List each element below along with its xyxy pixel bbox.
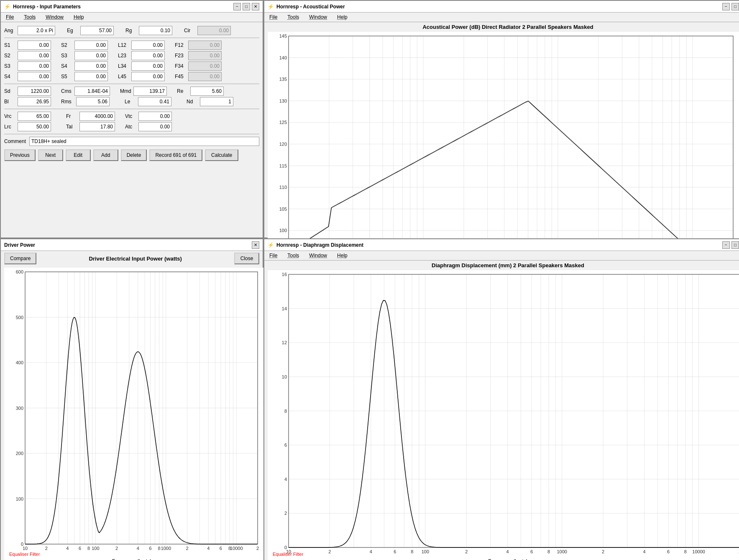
dp-close-btn[interactable]: Close (234, 253, 259, 264)
ap-maximize-button[interactable]: □ (731, 3, 739, 10)
menu-window[interactable]: Window (44, 13, 65, 21)
s2a-input[interactable] (74, 41, 108, 50)
add-button[interactable]: Add (93, 149, 118, 161)
record-button[interactable]: Record 691 of 691 (149, 149, 202, 161)
edit-button[interactable]: Edit (66, 149, 91, 161)
f23-input[interactable] (188, 51, 222, 60)
s2-input[interactable] (18, 51, 51, 60)
ang-label: Ang (4, 28, 16, 33)
fr-input[interactable] (79, 112, 115, 121)
row-s4: S4 S5 L45 F45 (4, 72, 259, 81)
dd-menu-tools[interactable]: Tools (286, 252, 301, 259)
dp-equalizer-label[interactable]: Equaliser Filter (9, 552, 40, 557)
row-s2: S2 S3 L23 F23 (4, 51, 259, 60)
rms-label: Rms (61, 99, 73, 105)
menu-tools[interactable]: Tools (22, 13, 37, 21)
lrc-input[interactable] (18, 122, 51, 131)
row-comment: Comment (4, 137, 259, 146)
dd-minimize-button[interactable]: − (722, 241, 730, 249)
row-lrc: Lrc Tal Atc (4, 122, 259, 131)
re-input[interactable] (190, 87, 224, 96)
l12-input[interactable] (131, 41, 165, 50)
input-params-titlebar: ⚡ Hornresp - Input Parameters − □ ✕ (1, 1, 263, 13)
row-s3: S3 S4 L34 F34 (4, 61, 259, 71)
s5-input[interactable] (74, 72, 108, 81)
dd-titlebar-controls: − □ ✕ (722, 241, 739, 249)
ap-menu-bar: File Tools Window Help (264, 13, 739, 22)
s2a-label: S2 (61, 42, 73, 48)
s1-label: S1 (4, 42, 16, 48)
s4-input[interactable] (18, 72, 51, 81)
dd-maximize-button[interactable]: □ (731, 241, 739, 249)
dd-equalizer-label[interactable]: Equaliser Filter (273, 552, 303, 557)
tal-input[interactable] (79, 122, 115, 131)
dp-compare-button[interactable]: Compare (4, 253, 36, 264)
f12-label: F12 (175, 42, 187, 48)
f45-input[interactable] (188, 72, 222, 81)
nd-input[interactable] (200, 97, 233, 106)
vrc-label: Vrc (4, 113, 16, 119)
ap-minimize-button[interactable]: − (722, 3, 730, 10)
previous-button[interactable]: Previous (4, 149, 36, 161)
row-sd: Sd Cms Mmd Re (4, 87, 259, 96)
dd-menu-file[interactable]: File (268, 252, 279, 259)
rg-input[interactable] (139, 26, 172, 35)
l45-input[interactable] (131, 72, 165, 81)
cir-input[interactable] (197, 26, 231, 35)
l23-input[interactable] (131, 51, 165, 60)
acoustical-power-window: ⚡ Hornresp - Acoustical Power − □ ✕ File… (263, 0, 739, 238)
rms-input[interactable] (76, 97, 110, 106)
sd-input[interactable] (18, 87, 51, 96)
ap-menu-help[interactable]: Help (335, 13, 349, 21)
menu-help[interactable]: Help (72, 13, 86, 21)
next-button[interactable]: Next (38, 149, 63, 161)
driver-power-chart (4, 268, 266, 560)
atc-label: Atc (125, 124, 137, 130)
comment-input[interactable] (29, 137, 259, 146)
l34-input[interactable] (131, 61, 165, 71)
s3a-input[interactable] (74, 51, 108, 60)
s3-input[interactable] (18, 61, 51, 71)
bl-input[interactable] (18, 97, 51, 106)
s3a-label: S3 (61, 53, 73, 59)
rg-label: Rg (125, 28, 137, 33)
l45-label: L45 (118, 74, 130, 79)
dd-window-title: Hornresp - Diaphragm Displacement (276, 242, 363, 248)
s4a-input[interactable] (74, 61, 108, 71)
s1-input[interactable] (18, 41, 51, 50)
dd-menu-window[interactable]: Window (307, 252, 329, 259)
cms-input[interactable] (74, 87, 110, 96)
atc-input[interactable] (138, 122, 172, 131)
titlebar-controls: − □ ✕ (233, 3, 259, 10)
params-content: Ang Eg Rg Cir S1 S2 (1, 22, 263, 164)
calculate-button[interactable]: Calculate (205, 149, 238, 161)
sd-label: Sd (4, 88, 16, 94)
minimize-button[interactable]: − (233, 3, 241, 10)
dd-titlebar-left: ⚡ Hornresp - Diaphragm Displacement (268, 242, 363, 248)
re-label: Re (177, 88, 189, 94)
vtc-input[interactable] (138, 112, 172, 121)
ap-menu-window[interactable]: Window (307, 13, 329, 21)
eg-input[interactable] (80, 26, 114, 35)
driver-power-window: Driver Power ✕ Compare Driver Electrical… (0, 238, 263, 560)
maximize-button[interactable]: □ (243, 3, 250, 10)
l23-label: L23 (118, 53, 130, 59)
le-input[interactable] (138, 97, 171, 106)
ang-input[interactable] (18, 26, 55, 35)
lightning-icon: ⚡ (4, 4, 10, 10)
dp-close-button[interactable]: ✕ (252, 241, 259, 249)
ap-menu-tools[interactable]: Tools (286, 13, 301, 21)
f34-input[interactable] (188, 61, 222, 71)
mmd-input[interactable] (133, 87, 167, 96)
f12-input[interactable] (188, 41, 222, 50)
group-rg: Rg (125, 26, 172, 35)
ap-menu-file[interactable]: File (268, 13, 279, 21)
row-s1: S1 S2 L12 F12 (4, 41, 259, 50)
dd-menu-help[interactable]: Help (335, 252, 349, 259)
l12-label: L12 (118, 42, 130, 48)
vrc-input[interactable] (18, 112, 51, 121)
delete-button[interactable]: Delete (121, 149, 147, 161)
close-button[interactable]: ✕ (252, 3, 259, 10)
menu-file[interactable]: File (4, 13, 15, 21)
s4-label: S4 (4, 74, 16, 79)
